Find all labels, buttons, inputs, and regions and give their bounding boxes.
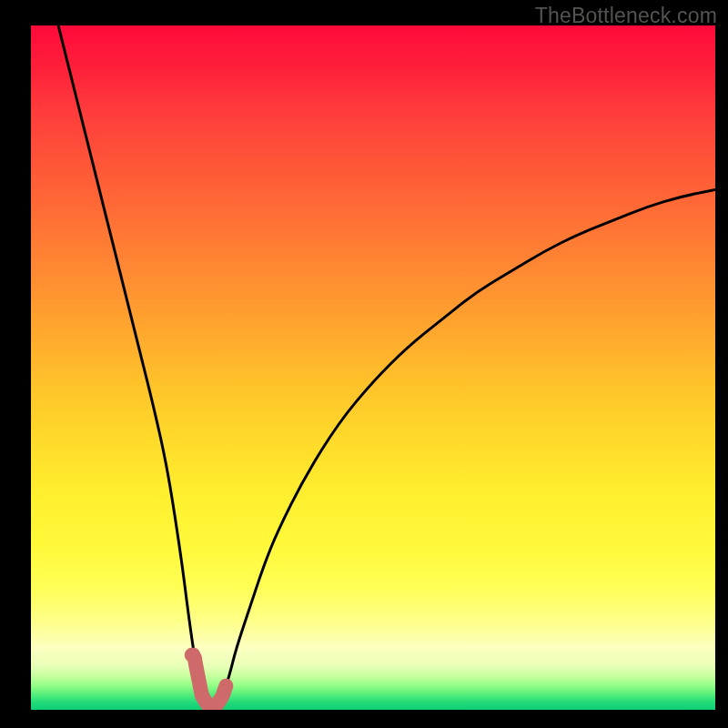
plot-area	[31, 25, 715, 710]
curve-main	[58, 25, 715, 706]
chart-frame: TheBottleneck.com	[0, 0, 728, 728]
watermark-text: TheBottleneck.com	[535, 4, 717, 28]
curve-svg	[31, 25, 715, 710]
curve-bottom-accent	[192, 655, 227, 706]
